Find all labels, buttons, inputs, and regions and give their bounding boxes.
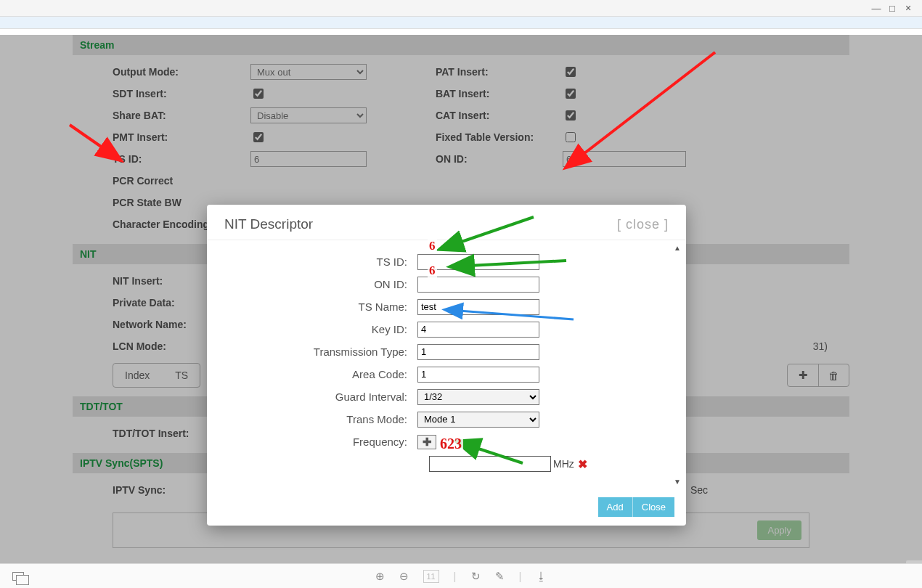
- page-indicator: 11: [423, 570, 439, 583]
- modal-trans-type-label: Transmission Type:: [229, 346, 417, 358]
- modal-trans-mode-select[interactable]: Mode 1: [417, 412, 539, 428]
- modal-trans-mode-label: Trans Mode:: [229, 413, 417, 425]
- nit-descriptor-modal: NIT Descriptor [ close ] TS ID: ON ID: T…: [207, 205, 686, 526]
- modal-freq-add-icon[interactable]: ✚: [417, 435, 436, 449]
- edit-icon[interactable]: ✎: [495, 570, 505, 583]
- download-icon[interactable]: ⭳: [536, 570, 547, 583]
- window-minimize-icon[interactable]: —: [868, 3, 884, 14]
- modal-title: NIT Descriptor: [224, 216, 313, 232]
- modal-key-id-input[interactable]: [417, 322, 539, 338]
- scroll-up-icon[interactable]: ▲: [673, 245, 682, 253]
- modal-area-code-label: Area Code:: [229, 368, 417, 380]
- toolbar-separator: |: [454, 570, 457, 583]
- screens-icon[interactable]: [12, 572, 24, 581]
- toolbar-separator: |: [519, 570, 522, 583]
- modal-close-link[interactable]: [ close ]: [617, 217, 669, 232]
- modal-on-id-input[interactable]: [417, 277, 539, 293]
- modal-scrollbar[interactable]: ▲ ▼: [673, 245, 682, 487]
- modal-on-id-label: ON ID:: [229, 278, 417, 290]
- modal-guard-label: Guard Interval:: [229, 391, 417, 403]
- modal-key-id-label: Key ID:: [229, 323, 417, 335]
- reload-icon[interactable]: ↻: [471, 570, 481, 583]
- zoom-in-icon[interactable]: ⊕: [375, 570, 385, 583]
- modal-add-button[interactable]: Add: [598, 497, 632, 517]
- window-maximize-icon[interactable]: □: [884, 3, 900, 14]
- scroll-down-icon[interactable]: ▼: [673, 478, 682, 487]
- tab-strip: [0, 16, 922, 29]
- modal-ts-id-label: TS ID:: [229, 256, 417, 268]
- modal-ts-name-input[interactable]: [417, 299, 539, 315]
- modal-guard-select[interactable]: 1/32: [417, 389, 539, 405]
- window-titlebar: — □ ×: [0, 0, 922, 16]
- modal-trans-type-input[interactable]: [417, 344, 539, 360]
- modal-freq-label: Frequency:: [229, 436, 417, 448]
- modal-area-code-input[interactable]: [417, 367, 539, 383]
- modal-close-button[interactable]: Close: [632, 497, 674, 517]
- footer-toolbar: ⊕ ⊖ 11 | ↻ ✎ | ⭳: [0, 563, 922, 588]
- window-close-icon[interactable]: ×: [900, 2, 916, 14]
- modal-ts-id-input[interactable]: [417, 254, 539, 270]
- content-area: Stream Output Mode: Mux out PAT Insert: …: [0, 35, 922, 569]
- modal-freq-unit: MHz: [553, 458, 574, 470]
- modal-ts-name-label: TS Name:: [229, 301, 417, 313]
- modal-freq-input[interactable]: [429, 456, 551, 472]
- modal-freq-remove-icon[interactable]: ✖: [578, 457, 587, 471]
- zoom-out-icon[interactable]: ⊖: [399, 570, 409, 583]
